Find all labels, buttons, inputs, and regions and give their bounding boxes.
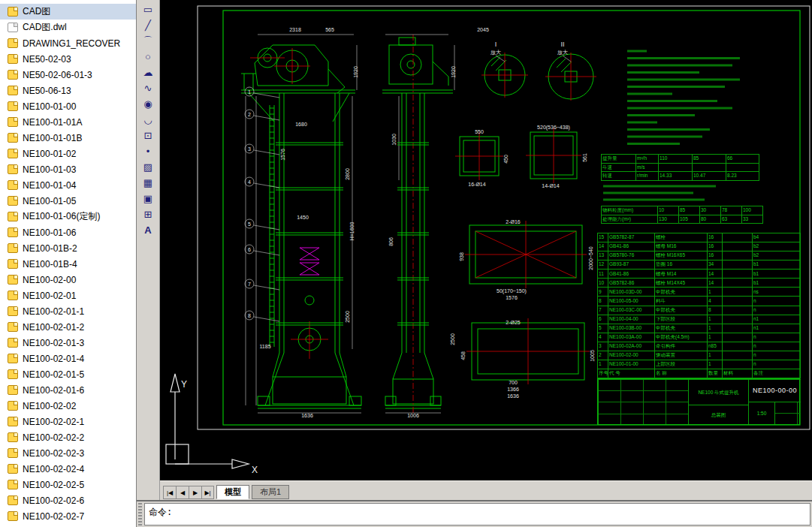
file-item[interactable]: NE100-01-06(定制) [0, 209, 136, 224]
arc-tool[interactable]: ⌒ [140, 33, 157, 48]
file-label: NE100-02-01-6 [23, 385, 84, 396]
dwg-file-icon [8, 275, 18, 285]
app-window: CAD图CAD图.dwlDRAWING1_RECOVERNE50-02-03NE… [0, 0, 812, 527]
dwg-file-icon [8, 117, 18, 127]
file-item[interactable]: NE100-02-01-6 [0, 382, 136, 398]
file-label: NE100-01-03 [23, 164, 76, 175]
table-cell: n1 [753, 315, 801, 324]
file-item[interactable]: NE50-02-06-01-3 [0, 67, 136, 83]
dwg-file-icon [8, 369, 18, 379]
file-item[interactable]: NE100-02-01-5 [0, 366, 136, 382]
rectangle-tool[interactable]: ▭ [140, 2, 157, 17]
file-item[interactable]: NE100-01-05 [0, 193, 136, 209]
file-item[interactable]: NE100-02-01-1 [0, 303, 136, 319]
file-item[interactable]: NE100-02-00 [0, 272, 136, 288]
table-cell [723, 260, 753, 270]
dwg-file-icon [8, 212, 18, 221]
table-cell: 105 [679, 215, 700, 224]
insert-block-tool[interactable]: ⊡ [140, 128, 157, 143]
file-item[interactable]: NE100-02-01-2 [0, 319, 136, 335]
file-item[interactable]: NE100-02-01 [0, 288, 136, 303]
file-item[interactable]: NE100-01-01A [0, 114, 136, 130]
table-tool[interactable]: ⊞ [140, 206, 157, 221]
file-item[interactable]: NE100-01B-4 [0, 256, 136, 272]
file-item[interactable]: NE100-02-02-5 [0, 477, 136, 492]
file-label: NE100-02-02-2 [23, 432, 84, 443]
table-cell: 1 [708, 288, 723, 297]
table-cell: 16 [708, 251, 723, 260]
dim-label: 14-Ø14 [542, 183, 559, 188]
dim-label: 2045 [477, 27, 489, 32]
file-tree-panel: CAD图CAD图.dwlDRAWING1_RECOVERNE50-02-03NE… [0, 0, 137, 527]
file-item[interactable]: NE100-01-01B [0, 130, 136, 146]
ellipse-tool[interactable]: ◉ [140, 96, 157, 111]
tab-模型[interactable]: 模型 [216, 485, 249, 499]
balloon-number: 8 [248, 313, 251, 318]
table-cell: 85 [679, 206, 700, 215]
tab-布局1[interactable]: 布局1 [252, 485, 289, 499]
table-cell: 6 [598, 315, 608, 324]
file-item[interactable]: NE100-01B-2 [0, 240, 136, 256]
file-label: NE100-02-02-7 [23, 511, 84, 522]
file-item[interactable]: CAD图 [0, 4, 136, 20]
layout-tabbar: |◀◀▶▶| 模型布局1 [160, 480, 812, 500]
file-item[interactable]: NE100-02-02-7 [0, 508, 136, 524]
file-item[interactable]: NE100-02-02-2 [0, 429, 136, 445]
file-item[interactable]: NE100-01-04 [0, 177, 136, 193]
dim-label: 2500 [345, 311, 350, 323]
dim-label: 2-Ø25 [506, 320, 521, 325]
table-cell: b2 [753, 242, 801, 251]
point-tool[interactable]: • [140, 143, 157, 158]
file-item[interactable]: NE100-01-03 [0, 161, 136, 177]
next-tab-button[interactable]: ▶ [189, 486, 201, 499]
file-label: NE100-02-00 [23, 275, 76, 285]
region-tool[interactable]: ▣ [140, 191, 157, 206]
hatch-tool[interactable]: ▨ [140, 159, 157, 174]
dwg-file-icon [8, 86, 18, 95]
table-cell [723, 270, 753, 279]
command-line[interactable]: 命令: [137, 500, 812, 527]
circle-tool[interactable]: ○ [140, 49, 157, 64]
file-item[interactable]: NE100-02-01-4 [0, 351, 136, 366]
prev-tab-button[interactable]: ◀ [176, 486, 189, 499]
table-cell [726, 163, 759, 172]
file-item[interactable]: NE100-02-01-3 [0, 335, 136, 351]
table-cell: 14 [708, 270, 723, 279]
spline-tool[interactable]: ∿ [140, 80, 157, 95]
command-prompt[interactable]: 命令: [144, 503, 810, 525]
table-cell: n [753, 333, 801, 342]
dwg-file-icon [8, 7, 18, 17]
mtext-tool[interactable]: A [140, 222, 157, 237]
first-tab-button[interactable]: |◀ [163, 486, 176, 499]
last-tab-button[interactable]: ▶| [201, 486, 214, 499]
table-cell [659, 163, 693, 172]
table-cell: 10.47 [693, 172, 726, 181]
file-item[interactable]: DRAWING1_RECOVER [0, 35, 136, 51]
dim-label: 1636 [507, 393, 519, 399]
table-cell: 14 [708, 279, 723, 288]
file-item[interactable]: NE50-06-13 [0, 83, 136, 98]
file-item[interactable]: NE50-02-03 [0, 51, 136, 67]
dim-label: 2500 [450, 333, 455, 345]
file-item[interactable]: NE100-01-06 [0, 224, 136, 240]
file-item[interactable]: NE100-02-02-3 [0, 445, 136, 461]
file-item[interactable]: NE100-02-02-4 [0, 461, 136, 477]
file-item[interactable]: NE100-01-00 [0, 98, 136, 114]
gradient-tool[interactable]: ▦ [140, 175, 157, 190]
dwg-file-icon [8, 164, 18, 174]
table-cell: 9 [598, 288, 608, 297]
file-item[interactable]: NE100-02-02-1 [0, 414, 136, 429]
table-cell: NE100-02-00 [608, 351, 655, 360]
scale-cell: 1:50 [748, 402, 774, 424]
dwg-file-icon [8, 54, 18, 64]
file-item[interactable]: NE100-02-02 [0, 398, 136, 414]
line-tool[interactable]: ╱ [140, 17, 157, 32]
file-item[interactable]: NE100-02-02-6 [0, 492, 136, 508]
dwg-file-icon [8, 306, 18, 316]
file-item[interactable]: NE100-01-02 [0, 146, 136, 161]
file-item[interactable]: CAD图.dwl [0, 20, 136, 35]
drawing-canvas[interactable]: .ann{fill:#e0e0e0;font-size:7px;font-fam… [160, 0, 812, 480]
ellipse-arc-tool[interactable]: ◡ [140, 112, 157, 127]
revcloud-tool[interactable]: ☁ [140, 65, 157, 80]
command-window-grip[interactable] [138, 503, 142, 525]
